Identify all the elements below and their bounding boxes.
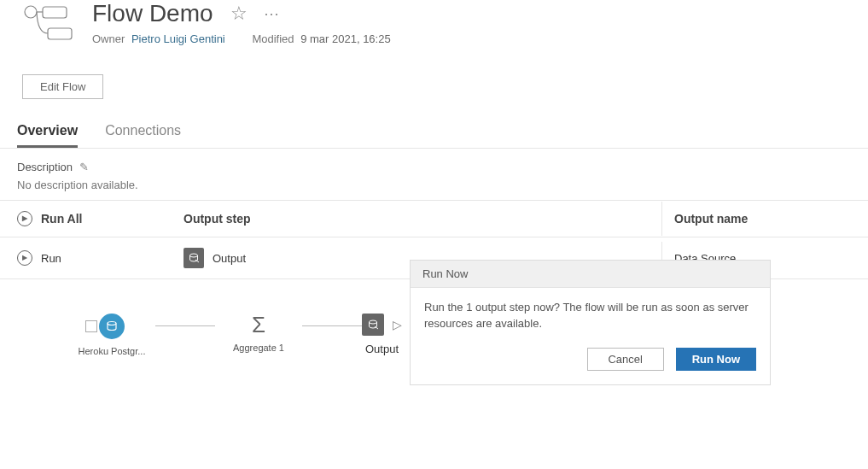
svg-point-5 (370, 320, 377, 324)
svg-rect-1 (43, 7, 67, 18)
favorite-star-icon[interactable]: ☆ (230, 3, 248, 25)
pipeline-node-output[interactable]: ▷ Output (362, 314, 402, 355)
modified-value: 9 mar 2021, 16:25 (300, 32, 391, 45)
run-now-dialog: Run Now Run the 1 output step now? The f… (410, 260, 771, 385)
tab-connections[interactable]: Connections (105, 116, 181, 148)
svg-point-0 (25, 6, 37, 18)
svg-point-3 (190, 254, 198, 257)
flow-icon (22, 3, 73, 44)
edit-flow-button[interactable]: Edit Flow (22, 74, 103, 99)
output-step-header: Output step (184, 202, 661, 236)
modified-label: Modified (252, 32, 294, 45)
cancel-button[interactable]: Cancel (587, 348, 664, 371)
sigma-icon: Σ (252, 314, 265, 336)
play-circle-icon: ▶ (17, 250, 32, 266)
pipeline-connector (155, 314, 215, 337)
run-button[interactable]: ▶ Run (0, 240, 184, 276)
play-outline-icon[interactable]: ▷ (393, 318, 402, 331)
owner-link[interactable]: Pietro Luigi Gentini (131, 32, 225, 45)
edit-description-icon[interactable]: ✎ (79, 161, 89, 173)
pipeline-node-aggregate[interactable]: Σ Aggregate 1 (215, 314, 302, 353)
output-box-icon (184, 248, 204, 268)
more-actions-icon[interactable]: ··· (265, 5, 280, 23)
output-name-header: Output name (661, 202, 868, 236)
pipeline-connector (302, 314, 362, 337)
svg-rect-2 (48, 28, 72, 39)
dialog-title: Run Now (411, 261, 770, 288)
owner-label: Owner (92, 32, 125, 45)
database-icon (99, 314, 125, 339)
svg-point-4 (108, 322, 116, 325)
pipeline-node-source[interactable]: Heroku Postgr... (68, 314, 155, 356)
dialog-body: Run the 1 output step now? The flow will… (411, 288, 770, 343)
play-circle-icon: ▶ (17, 211, 32, 226)
page-title: Flow Demo (92, 0, 213, 27)
run-now-button[interactable]: Run Now (676, 348, 756, 371)
tab-overview[interactable]: Overview (17, 116, 78, 148)
output-box-icon (362, 314, 384, 336)
description-label: Description (17, 161, 73, 173)
description-text: No description available. (17, 179, 851, 191)
run-all-header[interactable]: ▶ Run All (0, 201, 184, 237)
